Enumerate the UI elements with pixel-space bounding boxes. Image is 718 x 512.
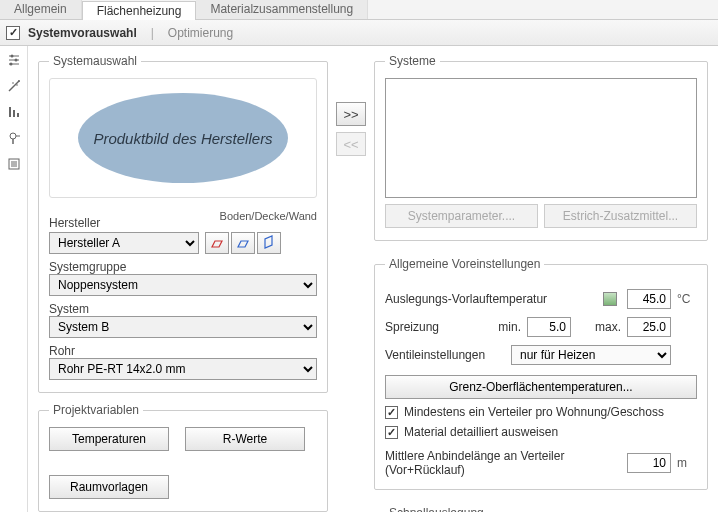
wand-toggle[interactable] bbox=[257, 232, 281, 254]
wand-icon[interactable] bbox=[6, 78, 22, 94]
svg-rect-12 bbox=[17, 113, 19, 117]
systemgruppe-select[interactable]: Noppensystem bbox=[49, 274, 317, 296]
list-icon[interactable] bbox=[6, 156, 22, 172]
divider: | bbox=[151, 26, 154, 40]
systemauswahl-legend: Systemauswahl bbox=[49, 54, 141, 68]
levels-icon[interactable] bbox=[6, 104, 22, 120]
temperaturen-button[interactable]: Temperaturen bbox=[49, 427, 169, 451]
anbind-label: Mittlere Anbindelänge an Verteiler (Vor+… bbox=[385, 449, 621, 477]
rwerte-button[interactable]: R-Werte bbox=[185, 427, 305, 451]
verteiler-pro-wohnung-checkbox[interactable] bbox=[385, 406, 398, 419]
tab-materialzusammenstellung[interactable]: Materialzusammenstellung bbox=[196, 0, 368, 19]
tab-flaechenheizung[interactable]: Flächenheizung bbox=[82, 1, 197, 20]
systemvorauswahl-checkbox[interactable] bbox=[6, 26, 20, 40]
add-system-button[interactable]: >> bbox=[336, 102, 366, 126]
ventil-select[interactable]: nur für Heizen bbox=[511, 345, 671, 365]
svg-point-4 bbox=[14, 59, 17, 62]
verteiler-pro-wohnung-label: Mindestens ein Verteiler pro Wohnung/Ges… bbox=[404, 405, 664, 419]
product-preview: Produktbild des Herstellers bbox=[49, 78, 317, 198]
tab-allgemein[interactable]: Allgemein bbox=[0, 0, 82, 19]
schnellauslegung-group: Schnellauslegung Randzonen immer als eig… bbox=[374, 506, 708, 512]
svg-point-9 bbox=[12, 82, 14, 84]
tool-icon[interactable] bbox=[6, 130, 22, 146]
subheader-secondary[interactable]: Optimierung bbox=[168, 26, 233, 40]
systeme-listbox[interactable] bbox=[385, 78, 697, 198]
svg-marker-20 bbox=[212, 241, 222, 247]
allgemeine-voreinstellungen-group: Allgemeine Voreinstellungen Auslegungs-V… bbox=[374, 257, 708, 490]
max-label: max. bbox=[595, 320, 621, 334]
svg-line-6 bbox=[9, 81, 19, 91]
boden-toggle[interactable] bbox=[205, 232, 229, 254]
systemgruppe-label: Systemgruppe bbox=[49, 260, 317, 274]
vorlauf-input[interactable] bbox=[627, 289, 671, 309]
remove-system-button[interactable]: << bbox=[336, 132, 366, 156]
svg-point-8 bbox=[16, 84, 18, 86]
hersteller-label: Hersteller bbox=[49, 216, 100, 230]
sliders-icon[interactable] bbox=[6, 52, 22, 68]
projektvariablen-group: Projektvariablen Temperaturen R-Werte Ra… bbox=[38, 403, 328, 512]
subheader-title: Systemvorauswahl bbox=[28, 26, 137, 40]
temperature-indicator-icon bbox=[603, 292, 617, 306]
voreinstellungen-legend: Allgemeine Voreinstellungen bbox=[385, 257, 544, 271]
svg-rect-10 bbox=[9, 107, 11, 117]
system-label: System bbox=[49, 302, 317, 316]
vorlauf-label: Auslegungs-Vorlauftemperatur bbox=[385, 292, 597, 306]
anbind-unit: m bbox=[677, 456, 697, 470]
svg-point-7 bbox=[18, 80, 20, 82]
bdw-label: Boden/Decke/Wand bbox=[220, 210, 317, 222]
decke-toggle[interactable] bbox=[231, 232, 255, 254]
svg-marker-22 bbox=[265, 236, 272, 248]
raumvorlagen-button[interactable]: Raumvorlagen bbox=[49, 475, 169, 499]
svg-rect-11 bbox=[13, 110, 15, 117]
anbind-input[interactable] bbox=[627, 453, 671, 473]
rohr-label: Rohr bbox=[49, 344, 317, 358]
rohr-select[interactable]: Rohr PE-RT 14x2.0 mm bbox=[49, 358, 317, 380]
spreizung-label: Spreizung bbox=[385, 320, 492, 334]
svg-point-3 bbox=[10, 55, 13, 58]
svg-marker-21 bbox=[238, 241, 248, 247]
projektvariablen-legend: Projektvariablen bbox=[49, 403, 143, 417]
product-preview-placeholder: Produktbild des Herstellers bbox=[78, 93, 288, 183]
systemauswahl-group: Systemauswahl Produktbild des Hersteller… bbox=[38, 54, 328, 393]
subheader: Systemvorauswahl | Optimierung bbox=[0, 20, 718, 46]
schnellauslegung-legend: Schnellauslegung bbox=[385, 506, 488, 512]
hersteller-select[interactable]: Hersteller A bbox=[49, 232, 199, 254]
material-detailliert-label: Material detailliert ausweisen bbox=[404, 425, 558, 439]
systeme-legend: Systeme bbox=[385, 54, 440, 68]
estrich-zusatzmittel-button[interactable]: Estrich-Zusatzmittel... bbox=[544, 204, 697, 228]
left-toolbar bbox=[0, 46, 28, 512]
grenz-oberflaechentemp-button[interactable]: Grenz-Oberflächentemperaturen... bbox=[385, 375, 697, 399]
spreizung-min-input[interactable] bbox=[527, 317, 571, 337]
spreizung-max-input[interactable] bbox=[627, 317, 671, 337]
min-label: min. bbox=[498, 320, 521, 334]
system-select[interactable]: System B bbox=[49, 316, 317, 338]
ventil-label: Ventileinstellungen bbox=[385, 348, 505, 362]
vorlauf-unit: °C bbox=[677, 292, 697, 306]
material-detailliert-checkbox[interactable] bbox=[385, 426, 398, 439]
systemparameter-button[interactable]: Systemparameter.... bbox=[385, 204, 538, 228]
svg-point-5 bbox=[9, 63, 12, 66]
systeme-group: Systeme Systemparameter.... Estrich-Zusa… bbox=[374, 54, 708, 241]
top-tabs: Allgemein Flächenheizung Materialzusamme… bbox=[0, 0, 718, 20]
svg-point-13 bbox=[10, 133, 16, 139]
